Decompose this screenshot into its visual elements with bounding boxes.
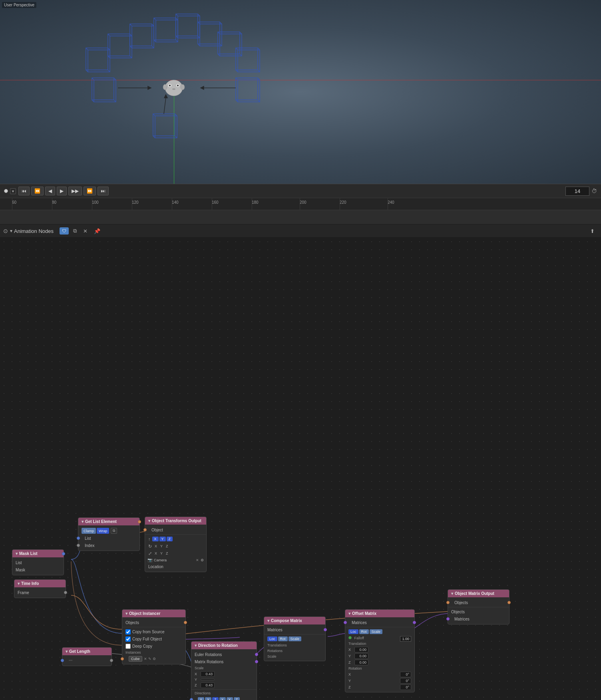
get-length-node[interactable]: ▾ Get Length ••• <box>62 647 112 666</box>
close-button[interactable]: ✕ <box>81 227 90 235</box>
oi-deep-copy-row[interactable]: Deep Copy <box>122 642 185 650</box>
om-rot-btn[interactable]: Rot <box>359 629 369 634</box>
time-info-header: ▾ Time Info <box>14 580 66 587</box>
get-length-title: Get Length <box>69 649 90 654</box>
keyframe-dropdown[interactable]: ▾ <box>10 188 16 194</box>
direction-to-rotation-node[interactable]: ▾ Direction to Rotation Euler Rotations … <box>191 641 257 700</box>
cm-matrices-socket <box>324 628 327 631</box>
cube-settings-btn[interactable]: ⚙ <box>153 657 156 661</box>
om-rotation-label: Rotation <box>345 666 414 671</box>
dtr-y1-btn[interactable]: Y <box>205 697 211 700</box>
editor-type-icon[interactable]: ⊙ <box>3 228 8 234</box>
compose-matrix-title: Compose Matrix <box>271 618 302 623</box>
svg-rect-0 <box>86 48 108 70</box>
dtr-directions-socket <box>190 698 193 700</box>
object-transforms-header: ▾ Object Transforms Output <box>145 517 206 525</box>
svg-rect-31 <box>200 24 222 46</box>
ot-object-row: Object <box>145 526 206 533</box>
cm-rot-btn[interactable]: Rot <box>278 636 288 641</box>
dtr-x1-btn[interactable]: X <box>198 697 204 700</box>
omo-objects-row: Objects <box>448 599 509 606</box>
object-transforms-output-node[interactable]: ▾ Object Transforms Output Object ↑ X Y … <box>145 517 207 572</box>
get-list-element-body: Clamp Wrap ⧉ List Index <box>78 525 139 551</box>
wrap-btn[interactable]: Wrap <box>97 528 109 534</box>
object-instancer-node[interactable]: ▾ Object Instancer Objects Copy from Sou… <box>122 609 186 664</box>
directions-label: Directions <box>191 690 257 696</box>
dtr-y2-btn[interactable]: Y <box>227 697 233 700</box>
object-matrix-output-node[interactable]: ▾ Object Matrix Output Objects Objects M… <box>448 589 509 624</box>
tz-btn[interactable]: Z <box>167 537 173 541</box>
cm-scale-btn[interactable]: Scale <box>289 636 302 641</box>
om-loc-btn[interactable]: Loc <box>348 629 358 634</box>
cube-remove-btn[interactable]: ✕ <box>144 657 147 661</box>
frame-socket-out <box>64 591 67 594</box>
oi-cube-row[interactable]: Cube ✕ ✎ ⚙ <box>122 655 185 662</box>
mask-list-body: List Mask <box>12 557 64 575</box>
object-matrix-output-header: ▾ Object Matrix Output <box>448 590 509 597</box>
play-button[interactable]: ▶ <box>57 187 67 195</box>
cm-loc-btn[interactable]: Loc <box>267 636 277 641</box>
shield-button[interactable]: 🛡 <box>60 227 69 235</box>
direction-to-rotation-header: ▾ Direction to Rotation <box>191 642 257 649</box>
ty-btn[interactable]: Y <box>159 537 166 541</box>
svg-point-72 <box>165 80 183 96</box>
jump-start-button[interactable]: ⏮ <box>18 187 30 195</box>
svg-point-75 <box>169 85 171 86</box>
element-extra-ctrl[interactable]: ⧉ <box>111 528 117 534</box>
offset-matrix-node[interactable]: ▾ Offset Matrix Matrices Loc Rot Scale F… <box>345 609 415 692</box>
timeline-panel[interactable]: ▾ ⏮ ⏪ ◀ ▶ ▶▶ ⏩ ⏭ 14 ⏱ 60 80 100 120 140 … <box>0 184 601 224</box>
3d-viewport[interactable]: User Perspective <box>0 0 601 184</box>
dtr-matrix-row: Matrix Rotations <box>191 658 257 665</box>
node-editor-title: Animation Nodes <box>14 228 54 234</box>
deep-copy-checkbox[interactable] <box>125 644 131 649</box>
om-lrs-row[interactable]: Loc Rot Scale <box>345 628 414 635</box>
get-list-element-node[interactable]: ▾ Get List Element Clamp Wrap ⧉ List Ind… <box>78 517 140 551</box>
camera-settings-btn[interactable]: ⚙ <box>201 558 204 562</box>
om-translation-label: Translation <box>345 641 414 646</box>
copy-source-checkbox[interactable] <box>125 629 131 634</box>
ot-camera-row[interactable]: 📷 Camera ✕ ⚙ <box>145 557 206 563</box>
svg-rect-24 <box>176 14 198 36</box>
dtr-z2-btn[interactable]: Z <box>234 697 240 700</box>
timeline-ruler[interactable]: 60 80 100 120 140 160 180 200 220 240 <box>0 198 601 210</box>
om-scale-btn[interactable]: Scale <box>370 629 383 634</box>
svg-marker-71 <box>164 95 167 98</box>
ot-scale-row: ⤢ X Y Z <box>145 550 206 557</box>
oi-copy-full-row[interactable]: Copy Full Object <box>122 635 185 642</box>
compose-matrix-node[interactable]: ▾ Compose Matrix Matrices Loc Rot Scale … <box>264 616 326 661</box>
ot-location-row: Location <box>145 563 206 570</box>
frame-row: Frame <box>14 589 66 596</box>
oi-copy-source-row[interactable]: Copy from Source <box>122 628 185 635</box>
dtr-z1-btn[interactable]: Z <box>212 697 219 700</box>
jump-next-keyframe-button[interactable]: ⏩ <box>84 187 96 195</box>
mask-list-node[interactable]: ▾ Mask List List Mask <box>12 549 64 575</box>
jump-prev-keyframe-button[interactable]: ⏪ <box>31 187 44 195</box>
next-frame-button[interactable]: ▶▶ <box>68 187 82 195</box>
cube-edit-btn[interactable]: ✎ <box>148 657 151 661</box>
svg-rect-55 <box>238 80 260 102</box>
upload-button[interactable]: ⬆ <box>588 227 597 235</box>
oi-objects-row: Objects <box>122 619 185 626</box>
copy-full-checkbox[interactable] <box>125 636 131 642</box>
tx-btn[interactable]: X <box>152 537 159 541</box>
time-info-node[interactable]: ▾ Time Info Frame <box>14 579 66 598</box>
jump-end-button[interactable]: ⏭ <box>98 187 109 195</box>
pin-button[interactable]: 📌 <box>92 227 102 235</box>
dtr-x2-btn[interactable]: X <box>219 697 226 700</box>
camera-label: Camera <box>154 558 167 562</box>
current-frame-display[interactable]: 14 <box>565 187 589 196</box>
timeline-tracks[interactable] <box>0 210 601 224</box>
clamp-btn[interactable]: Clamp <box>82 528 96 534</box>
compose-matrix-header: ▾ Compose Matrix <box>264 617 325 624</box>
copy-button[interactable]: ⧉ <box>71 227 79 235</box>
om-tx-row: X 0.00 <box>345 646 414 653</box>
translations-label: Translations <box>264 642 325 648</box>
object-instancer-header: ▾ Object Instancer <box>122 610 185 617</box>
prev-frame-button[interactable]: ◀ <box>45 187 55 195</box>
camera-remove-btn[interactable]: ✕ <box>196 558 199 562</box>
editor-type-dropdown-arrow[interactable]: ▾ <box>10 228 12 234</box>
ot-rotate-row: ↻ X Y Z <box>145 543 206 550</box>
cm-controls-row[interactable]: Loc Rot Scale <box>264 635 325 642</box>
node-editor-canvas[interactable]: ▾ Mask List List Mask ▾ Get List Element… <box>0 238 601 700</box>
offset-matrix-body: Matrices Loc Rot Scale Falloff 1.00 Tran… <box>345 617 414 692</box>
